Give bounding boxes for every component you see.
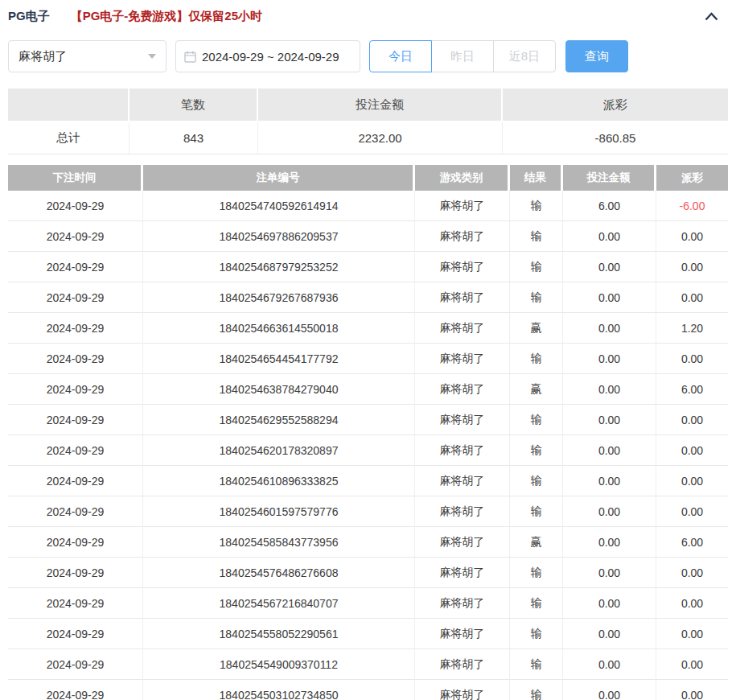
table-cell: 2024-09-29 (8, 221, 143, 252)
table-row: 2024-09-291840254663614550018麻将胡了赢0.001.… (8, 313, 728, 344)
table-cell: 麻将胡了 (415, 191, 510, 221)
table-row: 2024-09-291840254601597579776麻将胡了输0.000.… (8, 496, 728, 527)
table-cell: 0.00 (656, 221, 728, 252)
table-row: 2024-09-291840254679267687936麻将胡了输0.000.… (8, 282, 728, 313)
announcement-text: 【PG电子-免费游戏】仅保留25小时 (71, 9, 262, 24)
summary-header-count: 笔数 (130, 89, 258, 121)
date-range-value: 2024-09-29 ~ 2024-09-29 (202, 50, 339, 64)
table-cell: 麻将胡了 (415, 435, 510, 466)
bet-records-table: 下注时间 注单编号 游戏类别 结果 投注金额 派彩 2024-09-291840… (8, 165, 728, 700)
table-cell: 0.00 (563, 313, 656, 344)
table-cell: 1840254576486276608 (143, 558, 415, 588)
provider-title: PG电子 (8, 9, 50, 24)
collapse-panel-button[interactable] (705, 12, 718, 21)
today-button[interactable]: 今日 (369, 40, 432, 72)
date-range-input[interactable]: 2024-09-29 ~ 2024-09-29 (175, 40, 360, 72)
table-cell: 麻将胡了 (415, 466, 510, 496)
table-cell: 麻将胡了 (415, 221, 510, 252)
table-cell: 2024-09-29 (8, 588, 143, 619)
quick-range-group: 今日 昨日 近8日 (369, 40, 556, 72)
table-cell: 赢 (510, 313, 563, 344)
table-cell: 6.00 (656, 527, 728, 558)
table-cell: 0.00 (563, 435, 656, 466)
table-cell: 0.00 (563, 374, 656, 405)
table-cell: 2024-09-29 (8, 374, 143, 405)
col-header-bet-time: 下注时间 (8, 165, 143, 191)
summary-total-bet-amount: 2232.00 (258, 122, 503, 154)
table-cell: 0.00 (656, 282, 728, 313)
table-cell: 0.00 (563, 649, 656, 680)
col-header-bet-id: 注单编号 (143, 165, 415, 191)
table-cell: 1840254567216840707 (143, 588, 415, 619)
table-cell: 麻将胡了 (415, 496, 510, 527)
chevron-up-icon (705, 12, 718, 21)
filter-bar: 麻将胡了 2024-09-29 ~ 2024-09-29 今日 昨日 近8日 查… (8, 40, 628, 72)
game-select[interactable]: 麻将胡了 (8, 40, 167, 72)
table-cell: 1840254638784279040 (143, 374, 415, 405)
table-row: 2024-09-291840254654454177792麻将胡了输0.000.… (8, 344, 728, 374)
table-cell: 2024-09-29 (8, 649, 143, 680)
table-row: 2024-09-291840254576486276608麻将胡了输0.000.… (8, 558, 728, 588)
table-cell: 2024-09-29 (8, 435, 143, 466)
table-cell: 麻将胡了 (415, 405, 510, 435)
summary-header-payout: 派彩 (503, 89, 728, 121)
table-cell: 2024-09-29 (8, 313, 143, 344)
table-cell: 0.00 (563, 619, 656, 649)
table-cell: 输 (510, 252, 563, 282)
table-cell: 输 (510, 649, 563, 680)
table-cell: 1.20 (656, 313, 728, 344)
table-cell: 输 (510, 344, 563, 374)
table-cell: 0.00 (656, 619, 728, 649)
table-header-row: 下注时间 注单编号 游戏类别 结果 投注金额 派彩 (8, 165, 728, 191)
table-row: 2024-09-291840254558052290561麻将胡了输0.000.… (8, 619, 728, 649)
table-row: 2024-09-291840254687979253252麻将胡了输0.000.… (8, 252, 728, 282)
col-header-game-type: 游戏类别 (415, 165, 510, 191)
table-cell: 6.00 (563, 191, 656, 221)
table-cell: 1840254663614550018 (143, 313, 415, 344)
table-cell: 6.00 (656, 374, 728, 405)
table-cell: 0.00 (656, 405, 728, 435)
table-cell: 麻将胡了 (415, 680, 510, 700)
table-cell: 1840254503102734850 (143, 680, 415, 700)
table-cell: 1840254558052290561 (143, 619, 415, 649)
chevron-down-icon (148, 54, 156, 59)
table-cell: 2024-09-29 (8, 496, 143, 527)
table-cell: 1840254697886209537 (143, 221, 415, 252)
last-8-days-button[interactable]: 近8日 (493, 40, 556, 72)
summary-header-bet-amount: 投注金额 (258, 89, 503, 121)
table-cell: 2024-09-29 (8, 680, 143, 700)
table-row: 2024-09-291840254629552588294麻将胡了输0.000.… (8, 405, 728, 435)
summary-total-label: 总计 (8, 122, 130, 154)
table-cell: 1840254740592614914 (143, 191, 415, 221)
table-row: 2024-09-291840254585843773956麻将胡了赢0.006.… (8, 527, 728, 558)
table-cell: 0.00 (656, 466, 728, 496)
table-row: 2024-09-291840254549009370112麻将胡了输0.000.… (8, 649, 728, 680)
table-cell: 1840254620178320897 (143, 435, 415, 466)
table-cell: 输 (510, 435, 563, 466)
col-header-payout: 派彩 (656, 165, 728, 191)
table-cell: 输 (510, 680, 563, 700)
table-cell: 输 (510, 405, 563, 435)
table-cell: 0.00 (563, 588, 656, 619)
yesterday-button[interactable]: 昨日 (431, 40, 494, 72)
summary-total-row: 总计 843 2232.00 -860.85 (8, 121, 728, 154)
query-button[interactable]: 查询 (565, 40, 628, 72)
table-cell: 麻将胡了 (415, 619, 510, 649)
table-row: 2024-09-291840254610896333825麻将胡了输0.000.… (8, 466, 728, 496)
table-cell: 输 (510, 221, 563, 252)
table-cell: 0.00 (656, 252, 728, 282)
betting-records-panel: PG电子 【PG电子-免费游戏】仅保留25小时 麻将胡了 2024-09-29 … (0, 0, 736, 700)
table-cell: 输 (510, 496, 563, 527)
table-cell: 0.00 (563, 221, 656, 252)
bet-table-body: 2024-09-291840254740592614914麻将胡了输6.00-6… (8, 191, 728, 700)
table-cell: 0.00 (656, 344, 728, 374)
table-cell: 0.00 (563, 252, 656, 282)
table-cell: 麻将胡了 (415, 649, 510, 680)
table-cell: 1840254585843773956 (143, 527, 415, 558)
table-cell: 0.00 (563, 558, 656, 588)
table-cell: 麻将胡了 (415, 313, 510, 344)
table-cell: 1840254654454177792 (143, 344, 415, 374)
summary-table: 笔数 投注金额 派彩 总计 843 2232.00 -860.85 (8, 89, 728, 154)
table-cell: 2024-09-29 (8, 252, 143, 282)
table-cell: 麻将胡了 (415, 558, 510, 588)
